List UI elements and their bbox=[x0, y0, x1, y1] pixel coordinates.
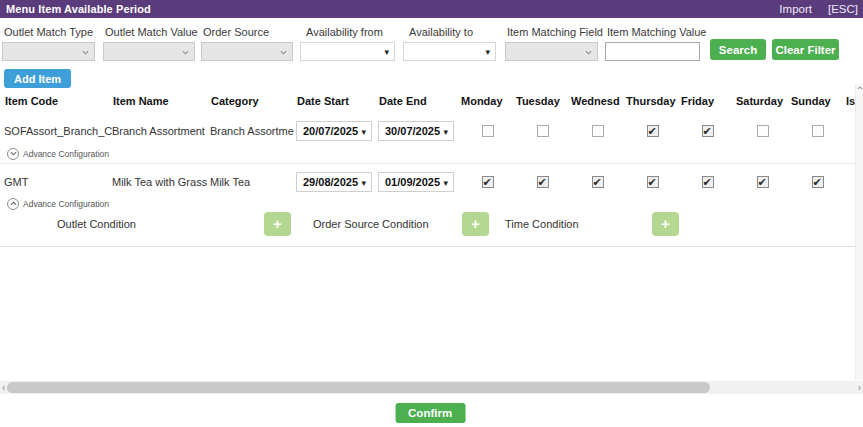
outlet-match-type-group: Outlet Match Type bbox=[2, 26, 95, 61]
thursday-cell bbox=[625, 176, 680, 188]
import-button[interactable]: Import bbox=[779, 3, 812, 15]
monday-cell bbox=[460, 176, 515, 188]
col-wednesday: Wednesd bbox=[570, 95, 625, 107]
dropdown-arrow-icon: ▾ bbox=[443, 177, 448, 189]
menu-item-available-period-window: Menu Item Available Period Import [ESC] … bbox=[0, 0, 863, 427]
filter-bar: Outlet Match Type Outlet Match Value Ord… bbox=[0, 22, 863, 64]
availability-from-combo[interactable]: ▾ bbox=[300, 42, 395, 61]
outlet-match-value-label: Outlet Match Value bbox=[105, 26, 195, 38]
esc-button[interactable]: [ESC] bbox=[828, 3, 858, 15]
add-time-condition-button[interactable]: + bbox=[652, 212, 679, 236]
table-header: Item Code Item Name Category Date Start … bbox=[0, 93, 863, 109]
tuesday-checkbox[interactable] bbox=[537, 125, 549, 137]
friday-cell bbox=[680, 176, 735, 188]
thursday-checkbox[interactable] bbox=[647, 176, 659, 188]
horizontal-scrollbar-thumb[interactable] bbox=[7, 382, 710, 393]
monday-checkbox[interactable] bbox=[482, 176, 494, 188]
date-start-picker[interactable]: 29/08/2025 ▾ bbox=[296, 172, 372, 192]
col-saturday: Saturday bbox=[735, 95, 790, 107]
col-date-end: Date End bbox=[378, 95, 460, 107]
chevron-down-icon bbox=[182, 50, 189, 55]
dropdown-arrow-icon: ▾ bbox=[443, 126, 448, 138]
col-date-start: Date Start bbox=[296, 95, 378, 107]
saturday-checkbox[interactable] bbox=[757, 125, 769, 137]
date-end-picker[interactable]: 01/09/2025 ▾ bbox=[378, 172, 454, 192]
friday-cell bbox=[680, 125, 735, 137]
tuesday-cell bbox=[515, 176, 570, 188]
tuesday-checkbox[interactable] bbox=[537, 176, 549, 188]
chevron-down-icon bbox=[82, 50, 89, 55]
outlet-match-value-select[interactable] bbox=[103, 42, 195, 61]
sunday-checkbox[interactable] bbox=[812, 176, 824, 188]
titlebar-actions: Import [ESC] bbox=[779, 3, 858, 15]
availability-from-group: Availability from ▾ bbox=[300, 26, 395, 61]
wednesday-checkbox[interactable] bbox=[592, 125, 604, 137]
order-source-label: Order Source bbox=[203, 26, 293, 38]
chevron-down-circle-icon bbox=[7, 148, 19, 160]
col-tuesday: Tuesday bbox=[515, 95, 570, 107]
col-sunday: Sunday bbox=[790, 95, 845, 107]
item-matching-field-select[interactable] bbox=[505, 42, 598, 61]
dropdown-arrow-icon: ▾ bbox=[361, 177, 366, 189]
chevron-down-icon bbox=[585, 50, 592, 55]
time-condition-label: Time Condition bbox=[505, 211, 579, 237]
item-matching-value-group: Item Matching Value bbox=[605, 26, 700, 61]
col-thursday: Thursday bbox=[625, 95, 680, 107]
friday-checkbox[interactable] bbox=[702, 176, 714, 188]
thursday-cell bbox=[625, 125, 680, 137]
outlet-match-value-group: Outlet Match Value bbox=[103, 26, 195, 61]
availability-to-combo[interactable]: ▾ bbox=[403, 42, 496, 61]
item-matching-field-label: Item Matching Field bbox=[507, 26, 598, 38]
col-category: Category bbox=[210, 95, 296, 107]
saturday-cell bbox=[735, 125, 790, 137]
table-row: GMT Milk Tea with Grass Milk Tea 29/08/2… bbox=[0, 165, 863, 199]
add-item-button[interactable]: Add Item bbox=[4, 69, 71, 88]
monday-checkbox[interactable] bbox=[482, 125, 494, 137]
chevron-down-icon bbox=[280, 50, 287, 55]
col-friday: Friday bbox=[680, 95, 735, 107]
horizontal-scrollbar[interactable]: ‹ › bbox=[0, 381, 863, 394]
row-divider bbox=[0, 163, 855, 164]
wednesday-cell bbox=[570, 176, 625, 188]
scroll-right-arrow-icon[interactable]: › bbox=[858, 381, 861, 394]
item-matching-field-group: Item Matching Field bbox=[505, 26, 598, 61]
availability-to-label: Availability to bbox=[409, 26, 496, 38]
date-end-picker[interactable]: 30/07/2025 ▾ bbox=[378, 121, 454, 141]
clear-filter-button[interactable]: Clear Filter bbox=[772, 39, 839, 60]
add-outlet-condition-button[interactable]: + bbox=[264, 212, 291, 236]
item-matching-value-input[interactable] bbox=[605, 42, 700, 61]
confirm-button[interactable]: Confirm bbox=[395, 403, 465, 423]
dropdown-arrow-icon: ▾ bbox=[485, 46, 490, 58]
scroll-up-arrow-icon[interactable] bbox=[857, 86, 863, 90]
order-source-select[interactable] bbox=[201, 42, 293, 61]
scroll-left-arrow-icon[interactable]: ‹ bbox=[2, 381, 5, 394]
availability-to-group: Availability to ▾ bbox=[403, 26, 496, 61]
order-source-group: Order Source bbox=[201, 26, 293, 61]
titlebar: Menu Item Available Period Import [ESC] bbox=[0, 0, 863, 18]
table-row: SOFAssort_Branch_C Branch Assortment Bra… bbox=[0, 114, 863, 148]
advance-configuration-toggle[interactable]: Advance Configuration bbox=[7, 197, 109, 210]
friday-checkbox[interactable] bbox=[702, 125, 714, 137]
saturday-cell bbox=[735, 176, 790, 188]
add-order-source-condition-button[interactable]: + bbox=[462, 212, 489, 236]
search-button[interactable]: Search bbox=[710, 39, 766, 60]
col-monday: Monday bbox=[460, 95, 515, 107]
vertical-scrollbar[interactable] bbox=[855, 84, 863, 380]
advance-configuration-toggle[interactable]: Advance Configuration bbox=[7, 147, 109, 160]
sunday-checkbox[interactable] bbox=[812, 125, 824, 137]
saturday-checkbox[interactable] bbox=[757, 176, 769, 188]
window-title: Menu Item Available Period bbox=[6, 3, 151, 15]
wednesday-cell bbox=[570, 125, 625, 137]
date-start-picker[interactable]: 20/07/2025 ▾ bbox=[296, 121, 372, 141]
thursday-checkbox[interactable] bbox=[647, 125, 659, 137]
chevron-up-circle-icon bbox=[7, 198, 19, 210]
sunday-cell bbox=[790, 125, 845, 137]
availability-from-label: Availability from bbox=[306, 26, 395, 38]
sunday-cell bbox=[790, 176, 845, 188]
date-start-cell: 20/07/2025 ▾ bbox=[296, 121, 378, 141]
outlet-match-type-select[interactable] bbox=[2, 42, 95, 61]
wednesday-checkbox[interactable] bbox=[592, 176, 604, 188]
outlet-condition-label: Outlet Condition bbox=[57, 211, 136, 237]
monday-cell bbox=[460, 125, 515, 137]
date-start-cell: 29/08/2025 ▾ bbox=[296, 172, 378, 192]
